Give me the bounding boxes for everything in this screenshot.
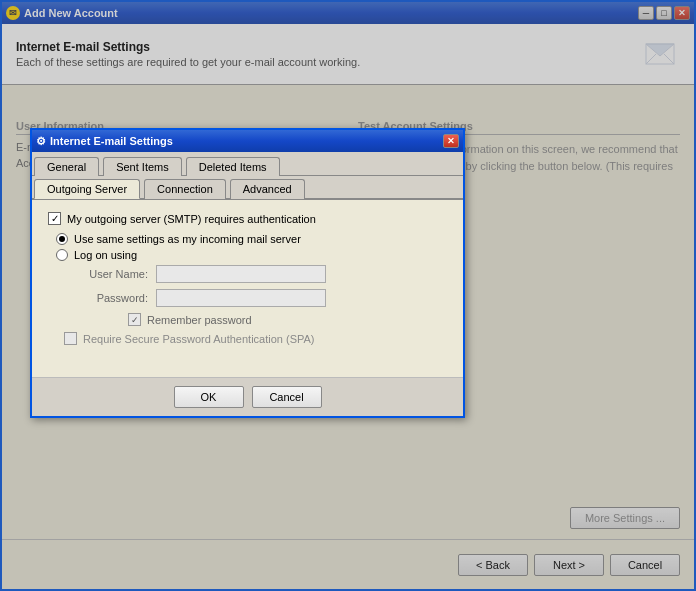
inner-close-button[interactable]: ✕ <box>443 134 459 148</box>
username-row: User Name: <box>76 265 447 283</box>
tab-deleted-items[interactable]: Deleted Items <box>186 157 280 176</box>
radio-log-on[interactable] <box>56 249 68 261</box>
smtp-auth-row: My outgoing server (SMTP) requires authe… <box>48 212 447 225</box>
inner-dialog-icon: ⚙ <box>36 135 46 148</box>
remember-password-checkbox[interactable] <box>128 313 141 326</box>
inner-dialog-title: Internet E-mail Settings <box>50 135 443 147</box>
inner-titlebar: ⚙ Internet E-mail Settings ✕ <box>32 130 463 152</box>
username-input[interactable] <box>156 265 326 283</box>
dialog-body: My outgoing server (SMTP) requires authe… <box>32 200 463 357</box>
spa-label: Require Secure Password Authentication (… <box>83 333 315 345</box>
password-row: Password: <box>76 289 447 307</box>
radio-logon-row: Log on using <box>56 249 447 261</box>
tab-bar-row1: General Sent Items Deleted Items <box>32 152 463 176</box>
radio-use-same[interactable] <box>56 233 68 245</box>
tab-connection[interactable]: Connection <box>144 179 226 199</box>
tab-advanced[interactable]: Advanced <box>230 179 305 199</box>
smtp-auth-checkbox[interactable] <box>48 212 61 225</box>
dialog-bottom: OK Cancel <box>32 377 463 416</box>
spa-row: Require Secure Password Authentication (… <box>64 332 447 345</box>
inner-dialog: ⚙ Internet E-mail Settings ✕ General Sen… <box>30 128 465 418</box>
smtp-auth-label: My outgoing server (SMTP) requires authe… <box>67 213 316 225</box>
radio-use-same-row: Use same settings as my incoming mail se… <box>56 233 447 245</box>
radio-log-on-label: Log on using <box>74 249 137 261</box>
logon-fields: User Name: Password: <box>76 265 447 307</box>
tab-sent-items[interactable]: Sent Items <box>103 157 182 176</box>
radio-use-same-label: Use same settings as my incoming mail se… <box>74 233 301 245</box>
dialog-ok-button[interactable]: OK <box>174 386 244 408</box>
tab-general[interactable]: General <box>34 157 99 176</box>
username-label: User Name: <box>76 268 148 280</box>
remember-password-label: Remember password <box>147 314 252 326</box>
remember-password-row: Remember password <box>128 313 447 326</box>
password-label: Password: <box>76 292 148 304</box>
radio-group: Use same settings as my incoming mail se… <box>56 233 447 261</box>
tab-bar-row2: Outgoing Server Connection Advanced <box>32 176 463 200</box>
dialog-cancel-button[interactable]: Cancel <box>252 386 322 408</box>
password-input[interactable] <box>156 289 326 307</box>
tab-outgoing-server[interactable]: Outgoing Server <box>34 179 140 199</box>
spa-checkbox[interactable] <box>64 332 77 345</box>
